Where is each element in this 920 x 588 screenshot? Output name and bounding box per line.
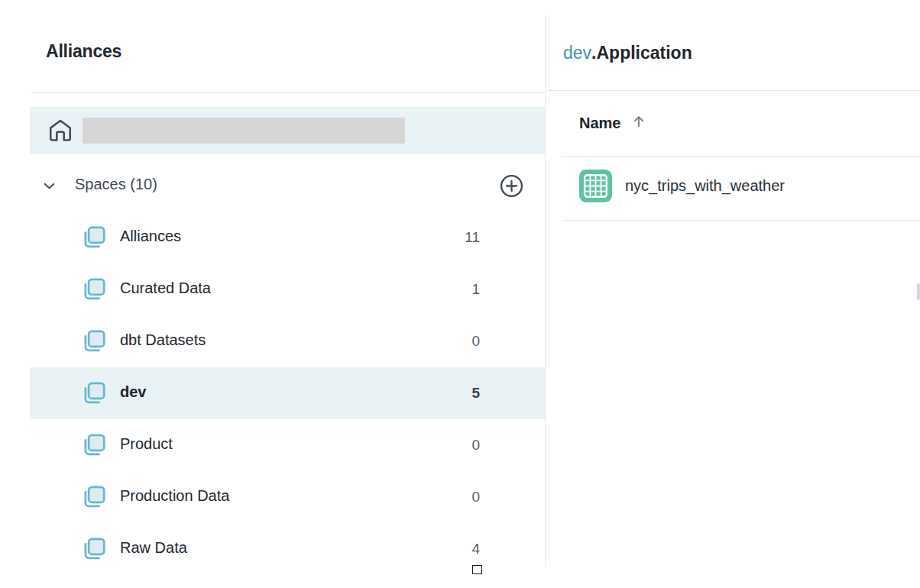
main-header-divider	[546, 90, 920, 91]
spaces-tree-header[interactable]: Spaces (10)	[30, 170, 545, 201]
space-label: Product	[120, 435, 173, 453]
space-label: Curated Data	[120, 279, 211, 297]
space-icon	[80, 535, 108, 566]
sidebar-item-product[interactable]: Product 0	[30, 419, 545, 471]
home-icon[interactable]	[47, 118, 73, 147]
scrollbar-thumb[interactable]	[917, 283, 920, 300]
space-count: 5	[471, 385, 480, 402]
home-row[interactable]	[30, 107, 545, 154]
space-count: 4	[471, 541, 480, 557]
space-icon	[80, 483, 108, 514]
space-icon	[80, 328, 108, 358]
sidebar-item-curated-data[interactable]: Curated Data 1	[30, 263, 545, 315]
space-icon	[80, 224, 108, 254]
breadcrumb-space[interactable]: dev	[563, 43, 591, 63]
spaces-header-label: Spaces (10)	[75, 176, 157, 193]
name-column-header[interactable]: Name	[579, 113, 647, 133]
sort-ascending-icon[interactable]	[630, 113, 647, 133]
stray-cursor-square	[472, 565, 482, 574]
breadcrumb: dev.Application	[563, 43, 692, 63]
space-label: Raw Data	[120, 539, 187, 557]
sidebar-title: Alliances	[46, 41, 121, 62]
sidebar-item-dbt-datasets[interactable]: dbt Datasets 0	[30, 315, 545, 367]
page-title: Application	[596, 43, 692, 63]
space-icon	[80, 380, 108, 410]
space-label: Production Data	[120, 487, 229, 505]
sidebar-item-alliances[interactable]: Alliances 11	[30, 212, 545, 263]
sidebar-item-dev[interactable]: dev 5	[30, 367, 545, 419]
space-label: Alliances	[120, 228, 181, 245]
dataset-table-icon	[579, 170, 612, 205]
sidebar-header-divider	[31, 92, 545, 93]
space-count: 1	[471, 281, 480, 298]
space-label: dbt Datasets	[120, 331, 206, 349]
space-label: dev	[120, 383, 146, 401]
space-icon	[80, 431, 108, 462]
dataset-name[interactable]: nyc_trips_with_weather	[625, 177, 785, 195]
table-row[interactable]: nyc_trips_with_weather	[562, 157, 920, 220]
space-count: 11	[465, 229, 480, 246]
space-icon	[80, 276, 108, 306]
redacted-home-label	[83, 118, 405, 144]
panel-vertical-divider	[545, 15, 546, 567]
add-space-button[interactable]	[498, 173, 525, 202]
space-count: 0	[471, 333, 480, 350]
sidebar-item-raw-data[interactable]: Raw Data 4	[30, 523, 545, 575]
space-count: 0	[471, 489, 480, 506]
sidebar-item-production-data[interactable]: Production Data 0	[30, 471, 545, 523]
chevron-down-icon[interactable]	[40, 177, 58, 198]
name-column-label: Name	[579, 115, 620, 132]
table-divider	[562, 220, 920, 221]
space-count: 0	[471, 437, 480, 454]
